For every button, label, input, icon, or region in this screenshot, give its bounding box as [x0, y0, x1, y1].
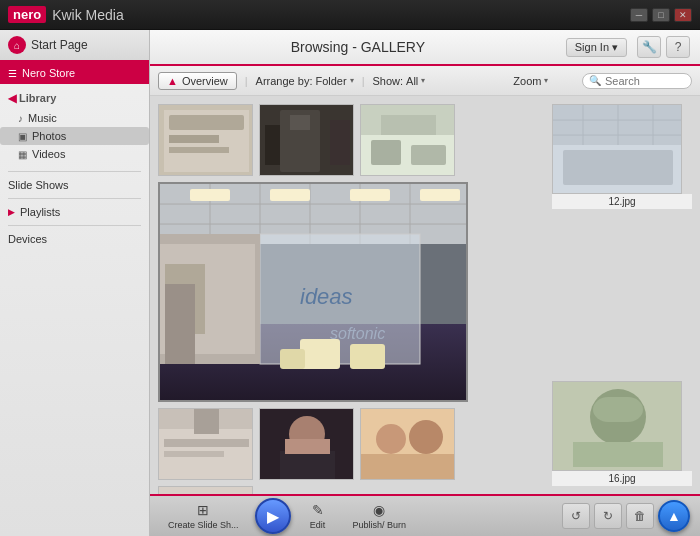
thumbnail-right-2[interactable]	[552, 381, 682, 471]
show-dropdown[interactable]: Show: All ▾	[373, 75, 426, 87]
sign-in-button[interactable]: Sign In ▾	[566, 38, 627, 57]
toolbar-sep-1: |	[245, 75, 248, 87]
play-button[interactable]: ▶	[255, 498, 291, 534]
publish-burn-label: Publish/ Burn	[353, 521, 407, 531]
svg-rect-46	[280, 451, 335, 480]
sign-in-label: Sign In	[575, 41, 609, 53]
nero-store-label: Nero Store	[22, 67, 75, 79]
create-slide-show-button[interactable]: ⊞ Create Slide Sh...	[160, 499, 247, 533]
svg-rect-9	[330, 120, 350, 165]
nero-store-button[interactable]: Nero Store	[0, 62, 149, 84]
svg-rect-7	[290, 115, 310, 130]
sign-in-chevron: ▾	[612, 41, 618, 54]
svg-rect-2	[169, 115, 244, 130]
overview-label: Overview	[182, 75, 228, 87]
bottom-thumb-row	[158, 408, 544, 494]
content-area: Browsing - GALLERY Sign In ▾ 🔧 ? ▲ Overv…	[150, 30, 700, 536]
tools-button[interactable]: 🔧	[637, 36, 661, 58]
sidebar-item-videos[interactable]: ▦ Videos	[0, 145, 149, 163]
thumbnail-6[interactable]	[158, 408, 253, 480]
edit-button[interactable]: ✎ Edit	[299, 499, 337, 533]
right-thumb-2: 16.jpg	[552, 381, 692, 486]
window-controls[interactable]: ─ □ ✕	[630, 8, 692, 22]
svg-rect-47	[285, 439, 330, 454]
thumbnail-right-1[interactable]	[552, 104, 682, 194]
show-chevron-icon: ▾	[421, 76, 425, 85]
divider-1	[8, 171, 141, 172]
svg-text:ideas: ideas	[300, 284, 353, 309]
gallery-right: 12.jpg 16.jpg	[552, 104, 692, 486]
edit-label: Edit	[310, 521, 326, 531]
bottom-right-buttons: ↺ ↻ 🗑 ▲	[562, 500, 690, 532]
rotate-right-button[interactable]: ↻	[594, 503, 622, 529]
thumb-right-image-1	[553, 105, 682, 194]
large-preview[interactable]: ideas softonic	[158, 182, 468, 402]
svg-rect-43	[164, 451, 224, 457]
zoom-dropdown[interactable]: Zoom ▾	[513, 75, 548, 87]
thumbnail-2[interactable]	[259, 104, 354, 176]
large-preview-image: ideas softonic	[160, 184, 468, 402]
search-box[interactable]: 🔍	[582, 73, 692, 89]
divider-2	[8, 198, 141, 199]
sidebar-item-music[interactable]: ♪ Music	[0, 109, 149, 127]
library-section: ◀ Library ♪ Music ▣ Photos ▦ Videos	[0, 84, 149, 167]
svg-rect-4	[169, 147, 229, 153]
svg-rect-32	[300, 339, 340, 369]
thumb-image-9	[159, 487, 253, 494]
rotate-left-button[interactable]: ↺	[562, 503, 590, 529]
svg-rect-33	[350, 344, 385, 369]
bottom-toolbar: ⊞ Create Slide Sh... ▶ ✎ Edit ◉ Publish/…	[150, 494, 700, 536]
search-input[interactable]	[605, 75, 685, 87]
svg-rect-25	[270, 189, 310, 201]
music-icon: ♪	[18, 113, 23, 124]
create-slide-show-icon: ⊞	[192, 501, 214, 519]
photos-label: Photos	[32, 130, 66, 142]
thumbnail-1[interactable]	[158, 104, 253, 176]
show-label: Show:	[373, 75, 404, 87]
help-button[interactable]: ?	[666, 36, 690, 58]
minimize-button[interactable]: ─	[630, 8, 648, 22]
svg-point-49	[376, 424, 406, 454]
toolbar: ▲ Overview | Arrange by: Folder ▾ | Show…	[150, 66, 700, 96]
overview-button[interactable]: ▲ Overview	[158, 72, 237, 90]
app-name: Kwik Media	[52, 7, 124, 23]
slide-shows-label: Slide Shows	[8, 179, 69, 191]
maximize-button[interactable]: □	[652, 8, 670, 22]
svg-rect-3	[169, 135, 219, 143]
gallery-left: ideas softonic	[158, 104, 544, 486]
devices-button[interactable]: Devices	[0, 230, 149, 248]
overview-arrow-icon: ▲	[167, 75, 178, 87]
start-page-button[interactable]: ⌂ Start Page	[0, 30, 149, 62]
playlists-button[interactable]: ▶ Playlists	[0, 203, 149, 221]
svg-rect-24	[190, 189, 230, 201]
thumbnail-9[interactable]	[158, 486, 253, 494]
arrange-by-dropdown[interactable]: Arrange by: Folder ▾	[256, 75, 354, 87]
sidebar-item-photos[interactable]: ▣ Photos	[0, 127, 149, 145]
thumb-image-1	[159, 105, 253, 176]
search-icon: 🔍	[589, 75, 601, 86]
action-button[interactable]: ▲	[658, 500, 690, 532]
library-label: ◀ Library	[0, 88, 149, 109]
svg-rect-12	[381, 115, 436, 135]
publish-burn-button[interactable]: ◉ Publish/ Burn	[345, 499, 415, 533]
create-slide-show-label: Create Slide Sh...	[168, 521, 239, 531]
videos-label: Videos	[32, 148, 65, 160]
close-button[interactable]: ✕	[674, 8, 692, 22]
slide-shows-button[interactable]: Slide Shows	[0, 176, 149, 194]
gallery: ideas softonic	[150, 96, 700, 494]
devices-label: Devices	[8, 233, 47, 245]
svg-rect-34	[280, 349, 305, 369]
thumbnail-8[interactable]	[360, 408, 455, 480]
titlebar: nero Kwik Media ─ □ ✕	[0, 0, 700, 30]
right-thumb-1: 12.jpg	[552, 104, 692, 209]
start-page-label: Start Page	[31, 38, 88, 52]
svg-point-50	[409, 420, 443, 454]
playlists-label: Playlists	[20, 206, 60, 218]
arrange-by-label: Arrange by:	[256, 75, 313, 87]
delete-button[interactable]: 🗑	[626, 503, 654, 529]
thumbnail-3[interactable]	[360, 104, 455, 176]
start-icon: ⌂	[8, 36, 26, 54]
svg-rect-52	[159, 487, 253, 494]
thumb-image-6	[159, 409, 253, 480]
thumbnail-7[interactable]	[259, 408, 354, 480]
